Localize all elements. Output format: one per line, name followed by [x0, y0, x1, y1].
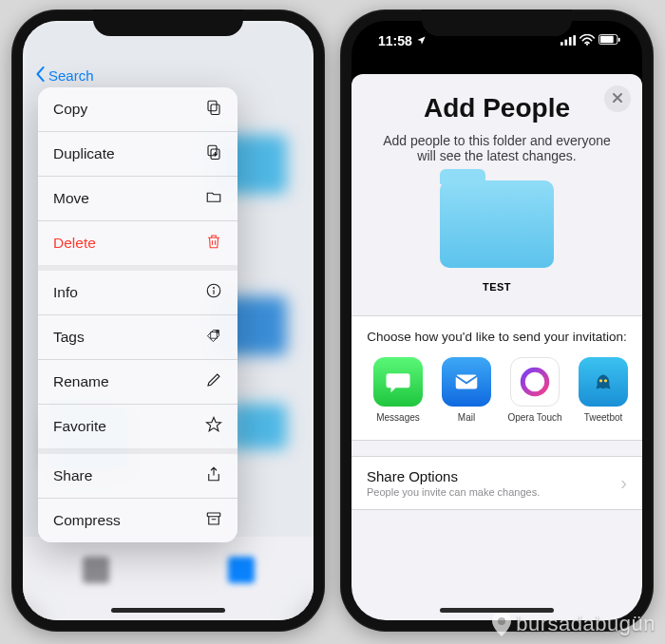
status-time: 11:58 — [378, 33, 412, 48]
menu-item-move[interactable]: Move — [38, 177, 238, 221]
location-icon — [416, 33, 427, 48]
phone-right: 11:58 — [340, 9, 654, 632]
pencil-icon — [205, 371, 222, 392]
share-options-subtitle: People you invite can make changes. — [367, 486, 540, 498]
svg-rect-22 — [573, 35, 576, 46]
menu-item-copy[interactable]: Copy — [38, 87, 238, 132]
menu-item-tags[interactable]: Tags — [38, 315, 238, 360]
invite-prompt: Choose how you'd like to send your invit… — [361, 330, 633, 344]
menu-item-compress[interactable]: Compress — [38, 499, 238, 542]
notch — [93, 9, 243, 36]
svg-rect-21 — [569, 37, 572, 46]
star-icon — [205, 416, 222, 437]
svg-point-23 — [586, 44, 588, 46]
svg-point-17 — [217, 331, 218, 332]
svg-rect-8 — [211, 104, 219, 115]
share-options-title: Share Options — [367, 468, 540, 484]
svg-point-28 — [522, 369, 547, 394]
menu-item-duplicate[interactable]: Duplicate — [38, 132, 238, 177]
svg-point-30 — [604, 379, 607, 382]
phone-left: 11:58 Search — [11, 9, 325, 632]
menu-label: Duplicate — [53, 145, 115, 162]
menu-item-share[interactable]: Share — [38, 454, 238, 499]
info-icon — [205, 282, 222, 303]
screen-left: 11:58 Search — [23, 21, 314, 620]
app-label: Mail — [458, 412, 475, 423]
tab-browse[interactable] — [228, 557, 255, 583]
tweetbot-icon — [579, 357, 628, 407]
menu-label: Share — [53, 467, 92, 484]
folder-name: TEST — [352, 281, 642, 293]
pin-icon — [491, 612, 512, 636]
svg-rect-20 — [564, 40, 567, 46]
folder-icon — [205, 188, 222, 209]
menu-label: Rename — [53, 373, 109, 390]
menu-label: Move — [53, 190, 89, 207]
close-icon — [612, 90, 623, 107]
trash-icon — [205, 233, 222, 254]
context-menu: Copy Duplicate Move Delete Info Tags — [38, 87, 238, 542]
app-messages[interactable]: Messages — [370, 357, 426, 423]
svg-rect-19 — [560, 42, 563, 46]
wifi-icon — [580, 33, 595, 48]
close-button[interactable] — [604, 85, 631, 112]
app-label: Opera Touch — [507, 412, 561, 423]
svg-rect-18 — [207, 513, 220, 517]
tag-icon — [205, 327, 222, 348]
watermark-text: bursadabugün — [516, 612, 656, 636]
chevron-right-icon: › — [620, 472, 627, 494]
folder-preview — [440, 180, 554, 268]
svg-rect-9 — [208, 101, 217, 111]
share-apps-section: Choose how you'd like to send your invit… — [352, 315, 642, 441]
chevron-left-icon — [36, 66, 46, 85]
battery-icon — [598, 33, 621, 48]
svg-rect-25 — [600, 36, 614, 43]
menu-item-rename[interactable]: Rename — [38, 360, 238, 405]
menu-label: Tags — [53, 329, 85, 346]
archive-icon — [205, 510, 222, 531]
home-indicator[interactable] — [440, 608, 554, 613]
home-indicator[interactable] — [111, 608, 225, 613]
svg-point-34 — [498, 617, 505, 625]
app-label: Tweetbot — [584, 412, 623, 423]
app-opera-touch[interactable]: Opera Touch — [507, 357, 562, 423]
menu-label: Delete — [53, 235, 96, 252]
menu-label: Compress — [53, 512, 121, 529]
menu-label: Favorite — [53, 418, 106, 435]
mail-icon — [442, 357, 491, 407]
share-options-row[interactable]: Share Options People you invite can make… — [352, 456, 642, 510]
menu-item-favorite[interactable]: Favorite — [38, 405, 238, 454]
cellular-icon — [560, 33, 576, 48]
apps-row[interactable]: Messages Mail Opera Touch — [361, 357, 633, 423]
watermark: bursadabugün — [491, 612, 656, 636]
menu-item-info[interactable]: Info — [38, 271, 238, 315]
app-mail[interactable]: Mail — [439, 357, 494, 423]
back-label: Search — [48, 67, 94, 84]
opera-icon — [510, 357, 560, 407]
sheet-description: Add people to this folder and everyone w… — [352, 123, 642, 177]
menu-label: Info — [53, 284, 78, 301]
back-link[interactable]: Search — [36, 66, 94, 85]
menu-label: Copy — [53, 101, 87, 118]
tab-recents[interactable] — [83, 557, 109, 583]
sheet-title: Add People — [352, 93, 642, 123]
messages-icon — [373, 357, 423, 407]
duplicate-icon — [205, 143, 222, 164]
svg-rect-27 — [456, 375, 478, 389]
app-label: Messages — [376, 412, 420, 423]
share-sheet: Add People Add people to this folder and… — [352, 74, 642, 620]
notch — [422, 9, 572, 36]
svg-rect-26 — [618, 38, 620, 42]
screen-right: 11:58 — [352, 21, 642, 620]
copy-icon — [205, 99, 222, 120]
share-icon — [205, 465, 222, 486]
svg-point-16 — [214, 288, 215, 289]
app-tweetbot[interactable]: Tweetbot — [576, 357, 631, 423]
menu-item-delete[interactable]: Delete — [38, 221, 238, 271]
svg-point-29 — [599, 379, 602, 382]
